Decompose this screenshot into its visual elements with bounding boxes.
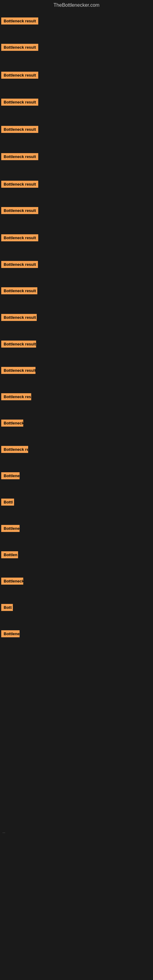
bottleneck-item-row-18: Bottlene: [0, 472, 153, 480]
bottleneck-item-row-22: Bottleneck: [0, 578, 153, 586]
bottleneck-item-row-14: Bottleneck result: [0, 367, 153, 375]
bottleneck-item-row-7: Bottleneck result: [0, 181, 153, 189]
bottleneck-item-row-10: Bottleneck result: [0, 261, 153, 269]
bottleneck-item-row-2: Bottleneck result: [0, 44, 153, 52]
bottleneck-result-badge[interactable]: Bottleneck result: [1, 287, 37, 294]
bottleneck-result-badge[interactable]: Bottleneck result: [1, 153, 38, 160]
bottleneck-result-badge[interactable]: Bottleneck result: [1, 314, 37, 321]
bottleneck-item-row-4: Bottleneck result: [0, 99, 153, 107]
bottleneck-result-badge[interactable]: Bottlene: [1, 630, 19, 637]
bottleneck-result-badge[interactable]: Bottleneck re: [1, 446, 28, 453]
bottleneck-result-badge[interactable]: Bottleneck result: [1, 367, 35, 374]
bottleneck-item-row-1: Bottleneck result: [0, 18, 153, 26]
bottleneck-item-row-13: Bottleneck result: [0, 340, 153, 349]
bottleneck-result-badge[interactable]: Bottleneck result: [1, 72, 38, 79]
bottleneck-result-badge[interactable]: Bottleneck result: [1, 207, 38, 214]
bottleneck-item-row-20: Bottlene: [0, 525, 153, 533]
bottleneck-item-row-17: Bottleneck re: [0, 446, 153, 454]
bottleneck-item-row-16: Bottleneck: [0, 420, 153, 428]
bottleneck-result-badge[interactable]: Bottlene: [1, 472, 19, 479]
bottleneck-result-badge[interactable]: Bottlene: [1, 525, 19, 532]
bottleneck-result-badge[interactable]: Bott: [1, 604, 13, 611]
bottleneck-item-row-11: Bottleneck result: [0, 287, 153, 296]
bottleneck-result-badge[interactable]: Bottleneck result: [1, 44, 38, 51]
bottleneck-item-row-12: Bottleneck result: [0, 314, 153, 322]
site-title: TheBottlenecker.com: [0, 0, 153, 9]
bottleneck-result-badge[interactable]: Bottleneck result: [1, 234, 38, 241]
bottleneck-item-row-15: Bottleneck res: [0, 393, 153, 401]
bottleneck-item-row-3: Bottleneck result: [0, 72, 153, 80]
bottleneck-result-badge[interactable]: Bottleneck result: [1, 340, 36, 348]
bottleneck-item-row-8: Bottleneck result: [0, 207, 153, 215]
bottleneck-item-row-9: Bottleneck result: [0, 234, 153, 243]
bottleneck-result-badge[interactable]: Bottleneck result: [1, 18, 38, 24]
bottleneck-result-badge[interactable]: Bottleneck result: [1, 126, 38, 133]
bottleneck-result-badge[interactable]: Bottleneck result: [1, 99, 38, 106]
bottleneck-result-badge[interactable]: Bottl: [1, 499, 14, 506]
bottleneck-result-badge[interactable]: Bottleneck: [1, 578, 23, 585]
ellipsis-indicator: ...: [2, 830, 5, 834]
bottleneck-result-badge[interactable]: Bottlen: [1, 551, 18, 558]
bottleneck-result-badge[interactable]: Bottleneck result: [1, 181, 38, 188]
bottleneck-item-row-6: Bottleneck result: [0, 153, 153, 161]
bottleneck-item-row-5: Bottleneck result: [0, 126, 153, 134]
bottleneck-item-row-23: Bott: [0, 604, 153, 612]
bottleneck-result-badge[interactable]: Bottleneck: [1, 420, 23, 426]
bottleneck-item-row-19: Bottl: [0, 499, 153, 507]
bottleneck-result-badge[interactable]: Bottleneck result: [1, 261, 38, 268]
bottleneck-item-row-24: Bottlene: [0, 630, 153, 638]
bottleneck-item-row-21: Bottlen: [0, 551, 153, 560]
bottleneck-result-badge[interactable]: Bottleneck res: [1, 393, 31, 400]
